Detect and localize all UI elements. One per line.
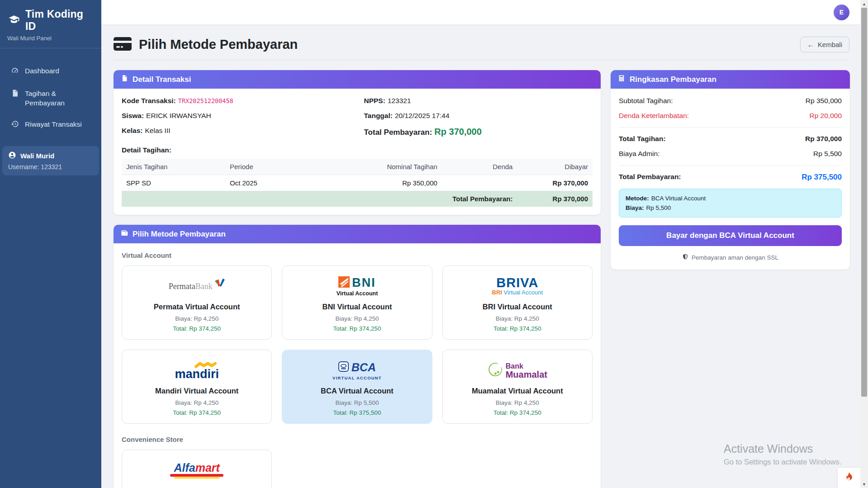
permata-logo: PermataBank xyxy=(169,282,225,291)
main-content: Pilih Metode Pembayaran ← Kembali Detail… xyxy=(101,25,860,488)
payment-option-total: Total: Rp 374,250 xyxy=(128,409,266,416)
topbar: E xyxy=(101,0,860,25)
sidebar-nav: Dashboard Tagihan & Pembayaran Riwayat T… xyxy=(0,60,101,136)
cell-dibayar: Rp 370,000 xyxy=(517,175,593,191)
alfamart-logo: Alfamart xyxy=(174,462,219,473)
payment-option-permata[interactable]: PermataBank Permata Virtual Account Biay… xyxy=(122,265,272,340)
bni-logo: BNI xyxy=(338,276,376,290)
payment-option-fee: Biaya: Rp 4,250 xyxy=(128,315,266,322)
field-label: Tanggal: xyxy=(364,112,393,119)
payment-option-fee: Biaya: Rp 5,500 xyxy=(288,399,426,406)
payment-option-name: Mandiri Virtual Account xyxy=(128,387,266,395)
table-header-row: Jenis Tagihan Periode Nominal Tagihan De… xyxy=(122,159,593,175)
scroll-thumb[interactable] xyxy=(861,8,867,397)
table-total-value: Rp 370,000 xyxy=(517,191,593,207)
summary-divider xyxy=(619,165,842,166)
total-amount: Rp 370,000 xyxy=(434,127,482,137)
cell-denda xyxy=(442,175,517,191)
col-denda: Denda xyxy=(442,159,517,175)
cell-periode: Oct 2025 xyxy=(225,175,329,191)
graduation-cap-icon xyxy=(7,14,21,27)
scrollbar[interactable]: ▲ ▼ xyxy=(860,0,868,488)
summary-admin-row: Biaya Admin:Rp 5,500 xyxy=(619,150,842,158)
briva-logo: BRIVA xyxy=(496,277,538,289)
summary-total-value: Rp 375,500 xyxy=(802,173,842,182)
bca-emblem-icon xyxy=(338,361,349,374)
pay-button[interactable]: Bayar dengan BCA Virtual Account xyxy=(619,225,842,246)
summary-subtotal-row: Subtotal Tagihan:Rp 350,000 xyxy=(619,97,842,105)
section-virtual-account: Virtual Account xyxy=(122,251,593,259)
payment-methods-card: Pilih Metode Pembayaran Virtual Account … xyxy=(114,225,601,488)
field-label: Kelas: xyxy=(122,127,143,134)
scroll-down-arrow[interactable]: ▼ xyxy=(860,480,868,488)
page-title: Pilih Metode Pembayaran xyxy=(139,37,298,52)
field-value: Kelas III xyxy=(145,127,171,134)
payment-option-bni[interactable]: BNI Virtual Account BNI Virtual Account … xyxy=(282,265,432,340)
summary-divider xyxy=(619,127,842,128)
payment-option-name: BRI Virtual Account xyxy=(448,303,587,311)
alfamart-swoosh xyxy=(170,474,223,477)
card-title: Ringkasan Pembayaran xyxy=(630,75,716,84)
sidebar-item-tagihan-pembayaran[interactable]: Tagihan & Pembayaran xyxy=(0,83,101,114)
muamalat-logo: Bank Muamalat xyxy=(488,362,547,379)
payment-option-bri[interactable]: BRIVA BRI Virtual Account BRI Virtual Ac… xyxy=(442,265,593,340)
debug-toolbar-button[interactable] xyxy=(838,468,860,488)
payment-option-total: Total: Rp 374,250 xyxy=(288,325,426,332)
bca-logo: BCA xyxy=(338,361,376,374)
field-value: ERICK IRWANSYAH xyxy=(146,112,211,119)
ssl-note: Pembayaran aman dengan SSL xyxy=(619,253,842,261)
col-jenis-tagihan: Jenis Tagihan xyxy=(122,159,225,175)
payment-option-bca-selected[interactable]: BCA VIRTUAL ACCOUNT BCA Virtual Account … xyxy=(282,350,432,424)
sidebar-item-label: Tagihan & Pembayaran xyxy=(25,89,94,108)
payment-option-name: BNI Virtual Account xyxy=(288,303,426,311)
payment-option-total: Total: Rp 374,250 xyxy=(448,409,587,416)
field-label: Siswa: xyxy=(122,112,144,119)
bill-table: Jenis Tagihan Periode Nominal Tagihan De… xyxy=(122,159,593,207)
payment-summary-header: Ringkasan Pembayaran xyxy=(611,70,850,89)
mandiri-wave-icon xyxy=(194,362,218,370)
field-kode-transaksi: Kode Transaksi:TRX202512200458 xyxy=(122,97,351,105)
field-label: Total Pembayaran: xyxy=(364,128,432,137)
table-total-label: Total Pembayaran: xyxy=(442,191,517,207)
payment-option-total: Total: Rp 374,250 xyxy=(128,325,266,332)
summary-total-row: Total Pembayaran:Rp 375,500 xyxy=(619,173,842,182)
payment-option-name: Permata Virtual Account xyxy=(128,303,266,311)
credit-card-icon xyxy=(114,37,132,52)
invoice-icon xyxy=(11,89,19,99)
user-avatar[interactable]: E xyxy=(834,5,849,20)
brand: Tim Koding ID Wali Murid Panel xyxy=(0,0,101,48)
document-icon xyxy=(121,75,128,84)
field-label: NPPS: xyxy=(364,97,385,104)
speedometer-icon xyxy=(11,66,19,77)
payment-option-fee: Biaya: Rp 4,250 xyxy=(288,315,426,322)
summary-total-tagihan-row: Total Tagihan:Rp 370,000 xyxy=(619,135,842,143)
activate-windows-watermark: Activate Windows Go to Settings to activ… xyxy=(724,442,841,466)
payment-option-total: Total: Rp 374,250 xyxy=(448,325,587,332)
payment-option-name: Muamalat Virtual Account xyxy=(448,387,587,395)
field-npps: NPPS:123321 xyxy=(364,97,593,105)
detail-tagihan-label: Detail Tagihan: xyxy=(122,146,593,154)
sidebar: Tim Koding ID Wali Murid Panel Dashboard… xyxy=(0,0,101,488)
sidebar-item-riwayat-transaksi[interactable]: Riwayat Transaksi xyxy=(0,114,101,136)
scroll-up-arrow[interactable]: ▲ xyxy=(860,0,868,8)
muamalat-crescent-icon xyxy=(488,362,503,379)
summary-denda-row: Denda Keterlambatan:Rp 20,000 xyxy=(619,112,842,120)
table-row: SPP SD Oct 2025 Rp 350,000 Rp 370,000 xyxy=(122,175,593,191)
field-siswa: Siswa:ERICK IRWANSYAH xyxy=(122,112,351,120)
transaction-code: TRX202512200458 xyxy=(178,97,233,104)
card-title: Pilih Metode Pembayaran xyxy=(133,230,226,239)
payment-option-mandiri[interactable]: mandiri Mandiri Virtual Account Biaya: R… xyxy=(122,350,272,424)
sidebar-item-dashboard[interactable]: Dashboard xyxy=(0,60,101,83)
sidebar-user-box: Wali Murid Username: 123321 xyxy=(2,146,99,175)
cell-jenis: SPP SD xyxy=(122,175,225,191)
arrow-left-icon: ← xyxy=(807,41,814,48)
payment-option-fee: Biaya: Rp 4,250 xyxy=(448,315,587,322)
col-dibayar: Dibayar xyxy=(517,159,593,175)
field-label: Kode Transaksi: xyxy=(122,97,176,104)
cell-nominal: Rp 350,000 xyxy=(329,175,442,191)
payment-option-muamalat[interactable]: Bank Muamalat Muamalat Virtual Account B… xyxy=(442,350,593,424)
user-username: Username: 123321 xyxy=(8,163,93,171)
back-button[interactable]: ← Kembali xyxy=(800,37,849,52)
payment-option-alfamart[interactable]: Alfamart Alfamart Biaya: Rp 3,500 Total:… xyxy=(122,450,272,488)
col-nominal-tagihan: Nominal Tagihan xyxy=(329,159,442,175)
